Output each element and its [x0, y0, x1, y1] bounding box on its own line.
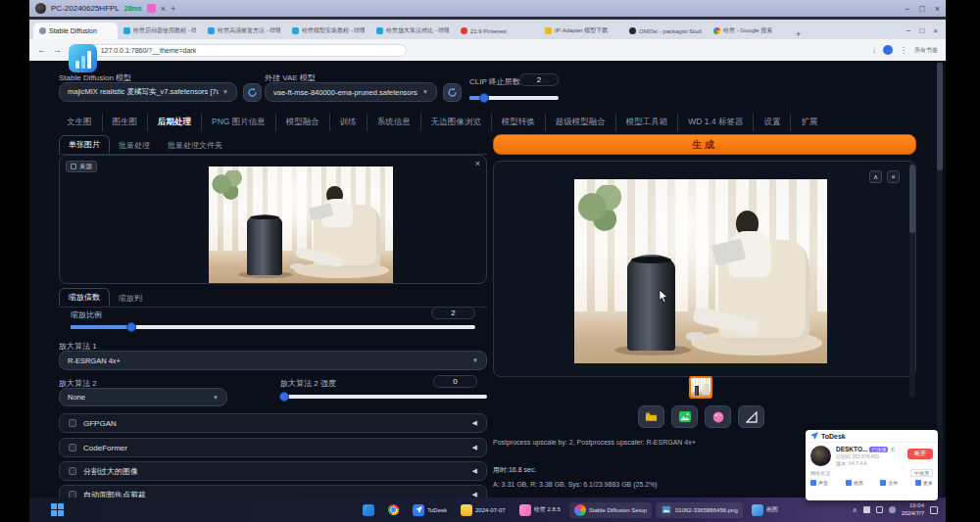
file-transfer-button[interactable]: 文件 [880, 480, 898, 486]
send-to-extras-button[interactable] [705, 405, 731, 428]
volume-icon[interactable] [889, 506, 896, 513]
browser-tab[interactable]: 绘世启动器使用教程 - 哔哩哔哩 [118, 23, 202, 39]
notification-icon[interactable] [930, 506, 938, 514]
taskbar-paint[interactable]: 画图 [747, 502, 783, 518]
gallery-scrollbar[interactable] [909, 163, 915, 398]
tab-settings[interactable]: 设置 [753, 114, 790, 131]
address-bar[interactable]: ◉ 127.0.0.1:7860/?__theme=dark [83, 44, 407, 57]
browser-close-button[interactable]: × [933, 26, 938, 35]
subtab-scale-to[interactable]: 缩放到 [110, 290, 151, 307]
accordion-codeformer[interactable]: CodeFormer ◀ [59, 438, 487, 457]
new-session-icon[interactable]: + [171, 4, 175, 14]
taskbar-app-store[interactable] [358, 502, 379, 518]
input-image-dropzone[interactable]: 来源 × [59, 155, 487, 284]
browser-tab[interactable]: 绘世放大算法对比 - 哔哩哔哩 [370, 23, 455, 39]
taskbar-chrome[interactable] [383, 502, 404, 517]
checkbox-icon[interactable] [69, 419, 76, 427]
remote-close-button[interactable]: × [935, 4, 940, 14]
tab-model-converter[interactable]: 模型转换 [491, 114, 545, 131]
tab-super-merger[interactable]: 超级模型融合 [545, 114, 615, 131]
remote-minimize-button[interactable]: − [905, 4, 909, 14]
checkbox-icon[interactable] [69, 491, 76, 498]
scale-ratio-slider[interactable] [71, 325, 475, 329]
slider-thumb[interactable] [279, 392, 289, 402]
start-button-icon[interactable] [51, 503, 64, 516]
slider-thumb[interactable] [126, 322, 136, 332]
open-folder-button[interactable] [638, 405, 664, 428]
tab-extras[interactable]: 后期处理 [147, 114, 201, 131]
taskbar-folder[interactable]: 2024-07-07 [456, 502, 511, 518]
tab-wd14-tagger[interactable]: WD 1.4 标签器 [677, 114, 753, 131]
clear-image-icon[interactable]: × [475, 159, 480, 168]
tray-expand-icon[interactable]: ∧ [853, 506, 858, 514]
profile-avatar[interactable] [883, 45, 893, 55]
checkbox-icon[interactable] [69, 467, 76, 475]
close-session-icon[interactable]: × [161, 4, 166, 14]
output-image[interactable] [574, 179, 827, 363]
vae-dropdown[interactable]: vae-ft-mse-840000-ema-pruned.safetensors… [265, 82, 437, 102]
clip-skip-slider[interactable] [469, 96, 559, 100]
tab-txt2img[interactable]: 文生图 [57, 114, 102, 131]
browser-tab[interactable]: 绘世高清修复方法 - 哔哩哔哩 [202, 23, 286, 39]
sound-toggle[interactable]: 声音 [810, 480, 828, 486]
taskbar-huishi-launcher[interactable]: 绘世 2.8.5 [514, 502, 565, 518]
scale-ratio-value[interactable]: 2 [431, 307, 475, 319]
launcher-logo-icon[interactable] [69, 44, 97, 72]
browser-minimize-button[interactable]: − [906, 26, 911, 35]
browser-tab-active[interactable]: Stable Diffusion [33, 23, 118, 39]
network-icon[interactable] [876, 506, 883, 513]
tab-png-info[interactable]: PNG 图片信息 [201, 114, 275, 131]
disconnect-button[interactable]: 断开 [907, 449, 933, 459]
refresh-sd-model-button[interactable] [243, 83, 262, 102]
quality-toggle[interactable]: 画质 [846, 480, 863, 486]
tab-train[interactable]: 训练 [329, 114, 367, 131]
bookmarks-label[interactable]: 所有书签 [914, 46, 938, 55]
browser-tab[interactable]: 绘世模型安装教程 - 哔哩哔哩 [286, 23, 370, 39]
fullscreen-icon[interactable]: ∧ [869, 170, 882, 183]
tab-img2img[interactable]: 图生图 [102, 114, 148, 131]
tab-model-toolkit[interactable]: 模型工具箱 [615, 114, 678, 131]
browser-maximize-button[interactable]: □ [919, 26, 924, 35]
quality-selector[interactable]: 中画质 [910, 469, 933, 477]
close-gallery-icon[interactable]: × [887, 170, 900, 183]
back-icon[interactable]: ← [37, 45, 46, 55]
save-image-button[interactable] [671, 405, 698, 428]
upscaler2-dropdown[interactable]: None ▼ [59, 388, 227, 406]
subtab-scale-by[interactable]: 缩放倍数 [59, 288, 110, 307]
subtab-single-image[interactable]: 单张图片 [59, 135, 110, 154]
taskbar-sd-setup[interactable]: Stable Diffusion Setup [569, 502, 652, 518]
tab-system-info[interactable]: 系统信息 [367, 114, 420, 131]
tab-extensions[interactable]: 扩展 [790, 114, 827, 131]
clip-skip-value[interactable]: 2 [519, 73, 559, 86]
resize-info-button[interactable] [738, 405, 764, 428]
call-icon[interactable]: ✆ [890, 446, 895, 452]
new-tab-button[interactable]: + [796, 29, 801, 39]
browser-menu-icon[interactable]: ⋮ [900, 46, 907, 55]
upscaler2-strength-value[interactable]: 0 [433, 375, 477, 388]
accordion-split-oversize[interactable]: 分割过大的图像 ◀ [59, 461, 487, 481]
more-options-button[interactable]: 更多 [915, 480, 933, 486]
refresh-vae-button[interactable] [443, 83, 462, 102]
browser-tab[interactable]: IP-Adapter 模型下载 [539, 23, 623, 39]
upscaler2-strength-slider[interactable] [280, 395, 487, 399]
browser-tab[interactable]: OMOst - packagist Studio [623, 23, 708, 39]
subtab-batch-process[interactable]: 批量处理 [110, 137, 159, 154]
taskbar-todesk[interactable]: ToDesk [408, 502, 452, 518]
gallery-thumbnail-selected[interactable] [689, 376, 712, 399]
subtab-batch-folder[interactable]: 批量处理文件夹 [159, 137, 231, 154]
input-image[interactable] [209, 166, 393, 283]
download-icon[interactable]: ↓ [872, 46, 876, 55]
generate-button[interactable]: 生成 [493, 134, 916, 155]
forward-icon[interactable]: → [53, 45, 62, 55]
accordion-auto-face-crop[interactable]: 自动面部焦点剪裁 ◀ [59, 485, 487, 498]
tab-checkpoint-merger[interactable]: 模型融合 [275, 114, 329, 131]
sd-model-dropdown[interactable]: majicMIX realistic 麦橘写实_v7.safetensors [… [59, 82, 237, 102]
accordion-gfpgan[interactable]: GFPGAN ◀ [59, 413, 487, 433]
record-icon[interactable] [147, 4, 156, 13]
taskbar-png-file[interactable]: 01062-3365886456.png [656, 502, 743, 518]
remote-maximize-button[interactable]: □ [919, 4, 924, 14]
browser-tab[interactable]: 绘世 - Google 搜索 [708, 23, 792, 39]
browser-tab[interactable]: 21:9 Pinterest [455, 23, 539, 39]
tray-app-icon[interactable] [863, 506, 870, 513]
clock[interactable]: 19:04 2024/7/7 [902, 502, 924, 517]
